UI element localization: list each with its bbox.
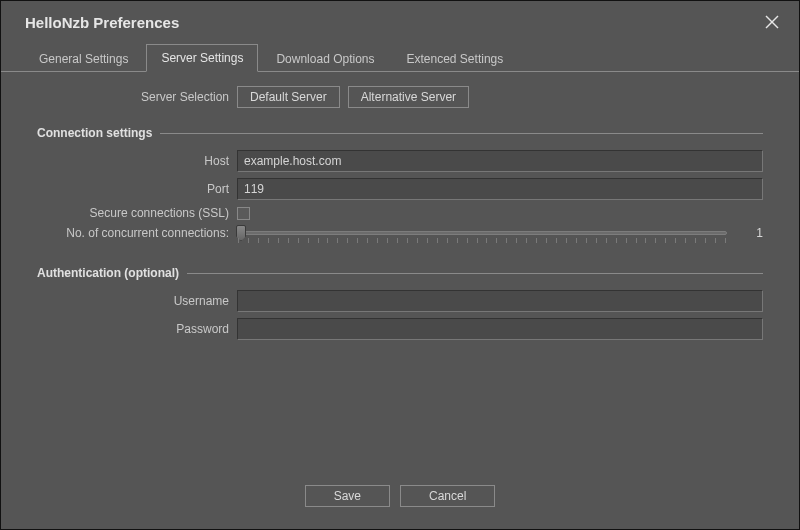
ssl-label: Secure connections (SSL) xyxy=(37,206,237,220)
save-button[interactable]: Save xyxy=(305,485,390,507)
close-icon[interactable] xyxy=(761,11,783,33)
dialog-footer: Save Cancel xyxy=(1,485,799,507)
tab-bar: General Settings Server Settings Downloa… xyxy=(1,43,799,72)
tab-panel-server: Server Selection Default Server Alternat… xyxy=(1,72,799,340)
slider-ticks xyxy=(238,238,726,246)
tab-extended[interactable]: Extenced Settings xyxy=(393,46,518,72)
section-authentication: Authentication (optional) xyxy=(37,266,763,280)
default-server-button[interactable]: Default Server xyxy=(237,86,340,108)
window-title: HelloNzb Preferences xyxy=(25,14,179,31)
concurrent-connections-value: 1 xyxy=(735,226,763,240)
section-connection: Connection settings xyxy=(37,126,763,140)
port-input[interactable] xyxy=(237,178,763,200)
server-selection-label: Server Selection xyxy=(37,90,237,104)
preferences-window: HelloNzb Preferences General Settings Se… xyxy=(0,0,800,530)
alternative-server-button[interactable]: Alternative Server xyxy=(348,86,469,108)
section-divider xyxy=(160,133,763,134)
username-label: Username xyxy=(37,294,237,308)
port-label: Port xyxy=(37,182,237,196)
section-auth-title: Authentication (optional) xyxy=(37,266,187,280)
cancel-button[interactable]: Cancel xyxy=(400,485,495,507)
password-label: Password xyxy=(37,322,237,336)
password-input[interactable] xyxy=(237,318,763,340)
ssl-checkbox[interactable] xyxy=(237,207,250,220)
section-divider xyxy=(187,273,763,274)
section-connection-title: Connection settings xyxy=(37,126,160,140)
concurrent-connections-label: No. of concurrent connections: xyxy=(37,226,237,240)
host-label: Host xyxy=(37,154,237,168)
username-input[interactable] xyxy=(237,290,763,312)
tab-download[interactable]: Download Options xyxy=(262,46,388,72)
tab-general[interactable]: General Settings xyxy=(25,46,142,72)
concurrent-connections-slider[interactable] xyxy=(237,231,727,235)
tab-server[interactable]: Server Settings xyxy=(146,44,258,72)
host-input[interactable] xyxy=(237,150,763,172)
titlebar: HelloNzb Preferences xyxy=(1,1,799,43)
